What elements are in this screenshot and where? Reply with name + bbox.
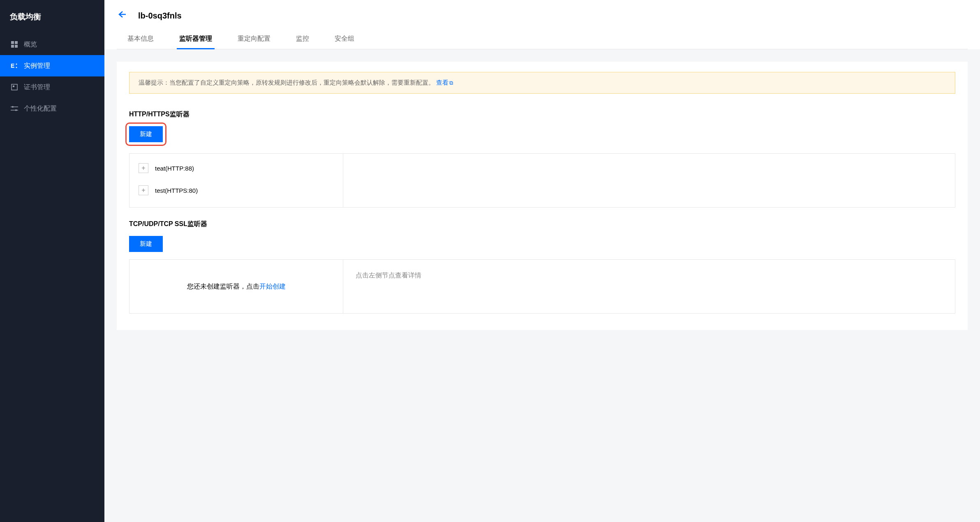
content: 温馨提示：当您配置了自定义重定向策略，原转发规则进行修改后，重定向策略会默认解除… bbox=[104, 49, 980, 522]
expand-icon[interactable]: + bbox=[139, 163, 148, 173]
tab-security-group[interactable]: 安全组 bbox=[332, 30, 357, 49]
sidebar-item-overview[interactable]: 概览 bbox=[0, 34, 104, 55]
create-http-listener-button[interactable]: 新建 bbox=[129, 126, 163, 142]
svg-point-5 bbox=[16, 64, 17, 65]
dashboard-icon bbox=[10, 40, 19, 49]
sidebar-item-label: 概览 bbox=[24, 40, 37, 49]
header-top: lb-0sq3fnls bbox=[117, 10, 968, 30]
http-section-title: HTTP/HTTPS监听器 bbox=[129, 110, 955, 119]
http-detail-placeholder bbox=[343, 154, 955, 207]
svg-text:E: E bbox=[11, 62, 14, 69]
tcp-listener-box: 您还未创建监听器，点击开始创建 点击左侧节点查看详情 bbox=[129, 259, 955, 314]
sidebar: 负载均衡 概览 E 实例管理 证书管理 个性化配置 bbox=[0, 0, 104, 522]
tab-listener-mgmt[interactable]: 监听器管理 bbox=[177, 30, 215, 49]
listener-item[interactable]: + teat(HTTP:88) bbox=[129, 157, 343, 179]
tcp-detail-placeholder: 点击左侧节点查看详情 bbox=[343, 260, 955, 313]
listener-label: test(HTTPS:80) bbox=[155, 187, 198, 194]
alert-text: 温馨提示：当您配置了自定义重定向策略，原转发规则进行修改后，重定向策略会默认解除… bbox=[139, 79, 435, 86]
svg-point-12 bbox=[15, 109, 17, 111]
start-create-link[interactable]: 开始创建 bbox=[259, 283, 286, 290]
svg-point-6 bbox=[16, 67, 17, 68]
svg-rect-8 bbox=[13, 85, 14, 87]
svg-rect-3 bbox=[15, 45, 18, 48]
header: lb-0sq3fnls 基本信息 监听器管理 重定向配置 监控 安全组 bbox=[104, 0, 980, 49]
tabs: 基本信息 监听器管理 重定向配置 监控 安全组 bbox=[117, 30, 968, 49]
create-tcp-listener-button[interactable]: 新建 bbox=[129, 236, 163, 252]
alert-link[interactable]: 查看⧉ bbox=[436, 79, 453, 86]
svg-rect-2 bbox=[11, 45, 14, 48]
sidebar-title: 负载均衡 bbox=[0, 0, 104, 34]
tab-redirect-config[interactable]: 重定向配置 bbox=[235, 30, 273, 49]
sidebar-item-certificates[interactable]: 证书管理 bbox=[0, 76, 104, 98]
sidebar-item-label: 实例管理 bbox=[24, 62, 50, 70]
main: lb-0sq3fnls 基本信息 监听器管理 重定向配置 监控 安全组 温馨提示… bbox=[104, 0, 980, 522]
listener-label: teat(HTTP:88) bbox=[155, 165, 194, 172]
listener-item[interactable]: + test(HTTPS:80) bbox=[129, 179, 343, 201]
sidebar-item-label: 个性化配置 bbox=[24, 104, 57, 113]
sidebar-item-label: 证书管理 bbox=[24, 83, 50, 92]
expand-icon[interactable]: + bbox=[139, 185, 148, 195]
back-icon[interactable] bbox=[117, 10, 126, 21]
tab-basic-info[interactable]: 基本信息 bbox=[125, 30, 156, 49]
tab-monitor[interactable]: 监控 bbox=[294, 30, 312, 49]
create-button-highlight: 新建 bbox=[125, 122, 166, 146]
tcp-section-title: TCP/UDP/TCP SSL监听器 bbox=[129, 220, 955, 229]
http-listener-list: + teat(HTTP:88) + test(HTTPS:80) bbox=[129, 154, 343, 207]
settings-icon bbox=[10, 104, 19, 113]
svg-rect-1 bbox=[15, 41, 18, 44]
svg-point-10 bbox=[12, 106, 14, 108]
sidebar-item-instances[interactable]: E 实例管理 bbox=[0, 55, 104, 76]
tcp-listener-empty: 您还未创建监听器，点击开始创建 bbox=[129, 260, 343, 313]
create-button-wrapper: 新建 bbox=[129, 236, 163, 252]
svg-rect-0 bbox=[11, 41, 14, 44]
empty-text: 您还未创建监听器，点击开始创建 bbox=[187, 282, 286, 291]
content-inner: 温馨提示：当您配置了自定义重定向策略，原转发规则进行修改后，重定向策略会默认解除… bbox=[117, 62, 968, 330]
external-link-icon: ⧉ bbox=[449, 80, 453, 86]
certificate-icon bbox=[10, 83, 19, 92]
http-listener-box: + teat(HTTP:88) + test(HTTPS:80) bbox=[129, 153, 955, 208]
sidebar-item-config[interactable]: 个性化配置 bbox=[0, 98, 104, 119]
instances-icon: E bbox=[10, 61, 19, 70]
page-title: lb-0sq3fnls bbox=[138, 11, 182, 21]
alert-banner: 温馨提示：当您配置了自定义重定向策略，原转发规则进行修改后，重定向策略会默认解除… bbox=[129, 72, 955, 94]
